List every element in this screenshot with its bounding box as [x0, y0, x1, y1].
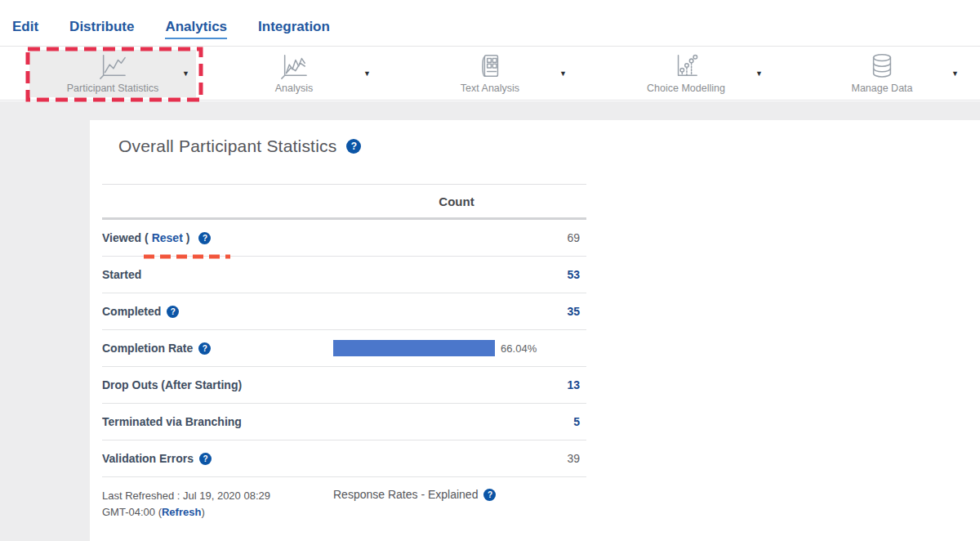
toolbar-item-label: Choice Modelling [647, 83, 725, 94]
choice-modelling-button[interactable]: Choice Modelling ▼ [603, 50, 769, 97]
table-row-completion-rate: Completion Rate ? 66.04% [102, 330, 586, 367]
toolbar-slot: Choice Modelling ▼ [588, 47, 784, 100]
participant-statistics-table: Count Viewed ( Reset ) ? 69 Started 53 [102, 184, 586, 521]
paren-close: ) [201, 506, 204, 518]
analysis-button[interactable]: Analysis ▼ [211, 50, 377, 97]
text-analysis-button[interactable]: Text Analysis ▼ [407, 50, 573, 97]
chevron-down-icon[interactable]: ▼ [182, 69, 189, 77]
completed-help-icon[interactable]: ? [167, 306, 179, 318]
chevron-down-icon[interactable]: ▼ [559, 69, 567, 77]
page-title: Overall Participant Statistics [118, 136, 336, 156]
table-header: Count [102, 184, 586, 220]
paren-close: ) [186, 231, 190, 244]
nav-item-analytics[interactable]: Analytics [165, 19, 227, 39]
nav-item-distribute[interactable]: Distribute [69, 19, 134, 39]
toolbar-item-label: Analysis [275, 83, 314, 94]
row-label: Viewed ( Reset ) ? [102, 231, 211, 244]
viewed-help-icon[interactable]: ? [198, 232, 211, 244]
table-row-started: Started 53 [102, 257, 586, 293]
toolbar-slot: Manage Data ▼ [784, 47, 980, 100]
row-label-text: Validation Errors [102, 452, 194, 465]
toolbar-slot: Analysis ▼ [196, 47, 392, 100]
row-label-text: Completed [102, 305, 161, 318]
row-label-text: Viewed [102, 231, 141, 244]
row-value: 39 [567, 452, 586, 465]
line-chart-icon [96, 52, 130, 80]
toolbar-item-label: Text Analysis [461, 83, 519, 94]
chevron-down-icon[interactable]: ▼ [363, 69, 371, 77]
scatter-trend-icon [669, 52, 703, 80]
panel-header: Overall Participant Statistics ? [118, 136, 980, 156]
completion-rate-bar: 66.04% [333, 340, 578, 356]
reset-link[interactable]: Reset [152, 231, 183, 244]
table-row-viewed: Viewed ( Reset ) ? 69 [102, 220, 586, 257]
row-value: 13 [567, 378, 586, 391]
completion-rate-help-icon[interactable]: ? [198, 342, 211, 355]
row-label: Completion Rate ? [102, 342, 211, 355]
database-icon [865, 52, 899, 80]
row-value: 69 [567, 231, 586, 244]
response-rates-explained: Response Rates - Explained ? [333, 488, 496, 521]
document-grid-icon [473, 52, 507, 80]
page-background: Overall Participant Statistics ? Count V… [0, 101, 980, 541]
refresh-link[interactable]: Refresh [162, 506, 201, 518]
table-row-completed: Completed ? 35 [102, 293, 586, 330]
title-help-icon[interactable]: ? [346, 139, 361, 154]
row-value: 5 [573, 415, 586, 428]
table-footer: Last Refreshed : Jul 19, 2020 08:29 GMT-… [102, 477, 586, 521]
area-chart-icon [277, 52, 311, 80]
row-label: Completed ? [102, 305, 179, 318]
paren-open: ( [145, 231, 149, 244]
toolbar-item-label: Manage Data [851, 83, 912, 94]
toolbar-item-label: Participant Statistics [67, 83, 159, 94]
toolbar-slot: Text Analysis ▼ [392, 47, 588, 100]
nav-item-edit[interactable]: Edit [12, 19, 38, 39]
statistics-panel: Overall Participant Statistics ? Count V… [90, 120, 980, 541]
last-refreshed-text: Last Refreshed : Jul 19, 2020 08:29 [102, 490, 270, 502]
top-nav: Edit Distribute Analytics Integration [0, 0, 980, 47]
row-label-text: Completion Rate [102, 342, 193, 355]
manage-data-button[interactable]: Manage Data ▼ [799, 50, 965, 97]
table-row-terminated: Terminated via Branching 5 [102, 404, 586, 440]
row-label: Terminated via Branching [102, 415, 242, 428]
table-row-validation-errors: Validation Errors ? 39 [102, 440, 586, 477]
toolbar-slot: Participant Statistics ▼ [0, 47, 196, 100]
analytics-toolbar: Participant Statistics ▼ Analysis ▼ [0, 47, 980, 101]
row-label: Started [102, 268, 141, 281]
row-label: Drop Outs (After Starting) [102, 378, 242, 391]
count-column-header: Count [333, 194, 580, 208]
row-label: Validation Errors ? [102, 452, 212, 465]
chevron-down-icon[interactable]: ▼ [951, 69, 959, 77]
participant-statistics-button[interactable]: Participant Statistics ▼ [29, 50, 196, 97]
last-refreshed: Last Refreshed : Jul 19, 2020 08:29 GMT-… [102, 488, 333, 521]
response-rates-label: Response Rates - Explained [333, 488, 478, 501]
validation-errors-help-icon[interactable]: ? [199, 453, 212, 465]
nav-item-integration[interactable]: Integration [258, 19, 330, 39]
last-refreshed-tz: GMT-04:00 ( [102, 506, 162, 518]
row-value: 35 [567, 305, 586, 318]
progress-bar-label: 66.04% [501, 342, 537, 355]
response-rates-help-icon[interactable]: ? [483, 489, 496, 501]
progress-bar-fill [333, 340, 495, 356]
table-row-drop-outs: Drop Outs (After Starting) 13 [102, 367, 586, 404]
chevron-down-icon[interactable]: ▼ [755, 69, 763, 77]
row-value: 53 [567, 268, 586, 281]
